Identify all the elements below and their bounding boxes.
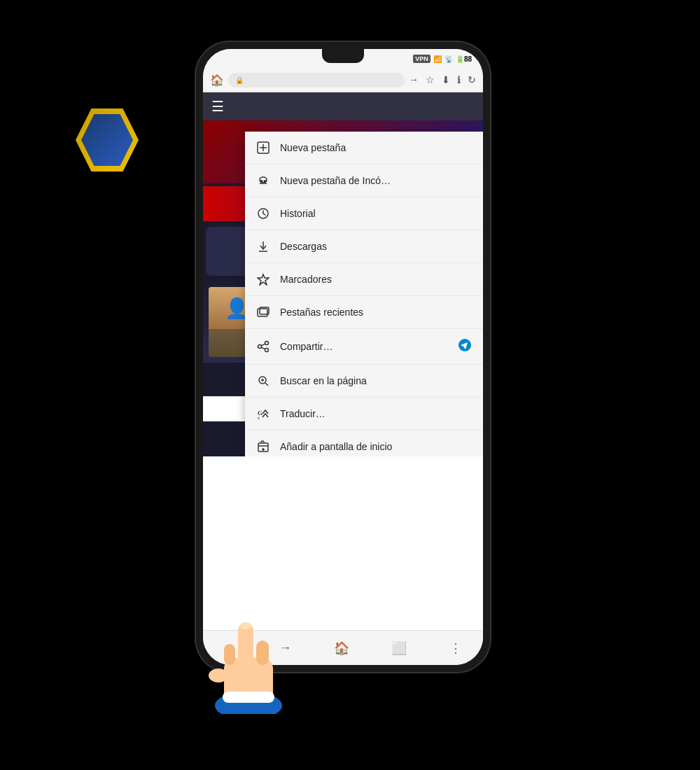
step-badge: [76, 108, 139, 172]
refresh-icon[interactable]: ↻: [468, 74, 476, 86]
more-button[interactable]: ⋮: [449, 640, 462, 656]
menu-traducir[interactable]: G z Traducir…: [245, 398, 483, 430]
svg-point-14: [258, 345, 262, 349]
traducir-label: Traducir…: [280, 408, 472, 419]
share-icon: [256, 340, 270, 354]
incognito-icon: [256, 174, 270, 188]
site-header: ☰: [203, 92, 483, 120]
menu-marcadores[interactable]: Marcadores: [245, 263, 483, 296]
telegram-icon: [458, 338, 472, 355]
menu-historial[interactable]: Historial: [245, 197, 483, 230]
vpn-icon: VPN: [413, 55, 430, 63]
translate-icon: G z: [256, 407, 270, 421]
notch: [322, 49, 364, 63]
wifi-icon: 📡: [444, 55, 453, 63]
phone-frame: VPN 📶 📡 🔋88 🏠 🔒 → ☆ ⬇ ℹ ↻: [196, 42, 490, 672]
browser-dropdown-menu: Nueva pestaña Nueva pestaña de Incó…: [245, 132, 483, 456]
menu-descargas[interactable]: Descargas: [245, 230, 483, 263]
add-home-icon: [256, 440, 270, 454]
svg-point-13: [265, 342, 269, 345]
descargas-label: Descargas: [280, 241, 472, 252]
svg-rect-38: [256, 640, 269, 665]
svg-point-5: [264, 180, 267, 183]
menu-compartir[interactable]: Compartir…: [245, 329, 483, 365]
svg-point-4: [260, 180, 263, 183]
downloads-icon: [256, 239, 270, 253]
secure-icon: 🔒: [235, 76, 244, 84]
home-nav-button[interactable]: 🏠: [334, 640, 349, 656]
menu-buscar[interactable]: Buscar en la página: [245, 365, 483, 398]
battery-icon: 🔋88: [456, 55, 472, 63]
new-tab-icon: [256, 141, 270, 155]
marcadores-label: Marcadores: [280, 274, 472, 285]
browser-chrome: 🏠 🔒 → ☆ ⬇ ℹ ↻: [203, 69, 483, 92]
pestanas-recientes-label: Pestañas recientes: [280, 307, 472, 318]
svg-rect-39: [224, 644, 235, 665]
step-number: [81, 114, 133, 166]
nav-icons: → ☆ ⬇ ℹ ↻: [409, 74, 476, 86]
compartir-label: Compartir…: [280, 341, 448, 352]
historial-label: Historial: [280, 208, 472, 219]
hand-pointer: [203, 602, 294, 714]
home-button[interactable]: 🏠: [210, 74, 224, 87]
svg-rect-11: [258, 309, 267, 316]
svg-point-36: [209, 668, 228, 682]
svg-point-40: [240, 622, 251, 629]
tabs-button[interactable]: ⬜: [391, 640, 407, 656]
svg-line-20: [265, 383, 268, 386]
menu-pestanas-recientes[interactable]: Pestañas recientes: [245, 296, 483, 329]
recent-tabs-icon: [256, 305, 270, 319]
svg-marker-10: [258, 274, 269, 285]
info-icon[interactable]: ℹ: [457, 74, 461, 86]
status-icons: VPN 📶 📡 🔋88: [413, 55, 472, 63]
nueva-pestana-label: Nueva pestaña: [280, 142, 472, 153]
signal-icon: 📶: [433, 55, 442, 63]
bookmark-icon[interactable]: ☆: [426, 74, 435, 86]
search-page-icon: [256, 374, 270, 388]
history-icon: [256, 206, 270, 220]
svg-rect-42: [223, 692, 274, 703]
svg-text:z: z: [258, 415, 260, 420]
svg-point-15: [265, 349, 269, 352]
svg-line-17: [261, 347, 265, 349]
buscar-label: Buscar en la página: [280, 375, 472, 386]
menu-anadir[interactable]: Añadir a pantalla de inicio: [245, 430, 483, 456]
website-content: ☰ ⚽ DEPORTES 🎰: [203, 92, 483, 456]
forward-icon[interactable]: →: [409, 74, 419, 86]
bookmarks-icon: [256, 272, 270, 286]
download-icon[interactable]: ⬇: [442, 74, 450, 86]
anadir-label: Añadir a pantalla de inicio: [280, 441, 472, 452]
phone-screen: VPN 📶 📡 🔋88 🏠 🔒 → ☆ ⬇ ℹ ↻: [203, 49, 483, 665]
menu-incognito[interactable]: Nueva pestaña de Incó…: [245, 164, 483, 197]
url-bar[interactable]: 🔒: [228, 73, 405, 88]
incognito-label: Nueva pestaña de Incó…: [280, 175, 472, 186]
hamburger-menu[interactable]: ☰: [211, 98, 224, 115]
svg-line-16: [261, 344, 265, 346]
menu-nueva-pestana[interactable]: Nueva pestaña: [245, 132, 483, 164]
